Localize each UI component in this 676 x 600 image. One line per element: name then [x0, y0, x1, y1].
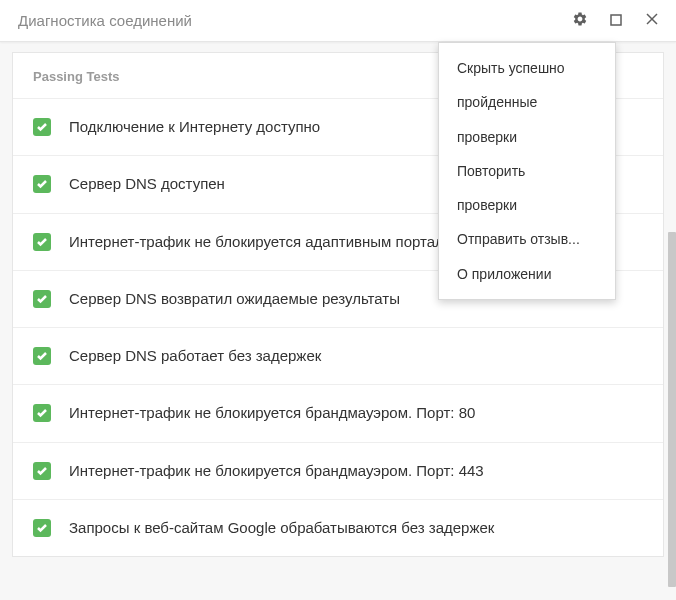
test-row: Интернет-трафик не блокируется брандмауэ…	[13, 385, 663, 442]
test-label: Запросы к веб-сайтам Google обрабатывают…	[69, 518, 494, 538]
scrollbar-thumb[interactable]	[668, 232, 676, 587]
menu-item[interactable]: О приложении	[439, 257, 615, 291]
check-icon	[33, 347, 51, 365]
test-label: Подключение к Интернету доступно	[69, 117, 320, 137]
test-row: Запросы к веб-сайтам Google обрабатывают…	[13, 500, 663, 556]
check-icon	[33, 175, 51, 193]
settings-menu: Скрыть успешнопройденныепроверкиПовторит…	[438, 42, 616, 300]
test-label: Сервер DNS работает без задержек	[69, 346, 321, 366]
test-label: Сервер DNS возвратил ожидаемые результат…	[69, 289, 400, 309]
maximize-icon	[610, 12, 622, 30]
svg-rect-0	[611, 15, 621, 25]
test-row: Сервер DNS работает без задержек	[13, 328, 663, 385]
check-icon	[33, 519, 51, 537]
test-label: Сервер DNS доступен	[69, 174, 225, 194]
check-icon	[33, 290, 51, 308]
scrollbar-track[interactable]	[668, 52, 676, 596]
gear-icon	[572, 11, 588, 31]
maximize-button[interactable]	[598, 3, 634, 39]
test-row: Интернет-трафик не блокируется брандмауэ…	[13, 443, 663, 500]
check-icon	[33, 118, 51, 136]
window-title: Диагностика соединений	[18, 12, 562, 29]
menu-item[interactable]: Повторить	[439, 154, 615, 188]
menu-item[interactable]: Скрыть успешно	[439, 51, 615, 85]
test-label: Интернет-трафик не блокируется брандмауэ…	[69, 403, 475, 423]
menu-item[interactable]: пройденные	[439, 85, 615, 119]
menu-item[interactable]: Отправить отзыв...	[439, 222, 615, 256]
close-icon	[645, 12, 659, 30]
check-icon	[33, 404, 51, 422]
titlebar-controls	[562, 3, 670, 39]
settings-button[interactable]	[562, 3, 598, 39]
menu-item[interactable]: проверки	[439, 120, 615, 154]
check-icon	[33, 462, 51, 480]
check-icon	[33, 233, 51, 251]
test-label: Интернет-трафик не блокируется брандмауэ…	[69, 461, 484, 481]
titlebar: Диагностика соединений	[0, 0, 676, 42]
close-button[interactable]	[634, 3, 670, 39]
menu-item[interactable]: проверки	[439, 188, 615, 222]
